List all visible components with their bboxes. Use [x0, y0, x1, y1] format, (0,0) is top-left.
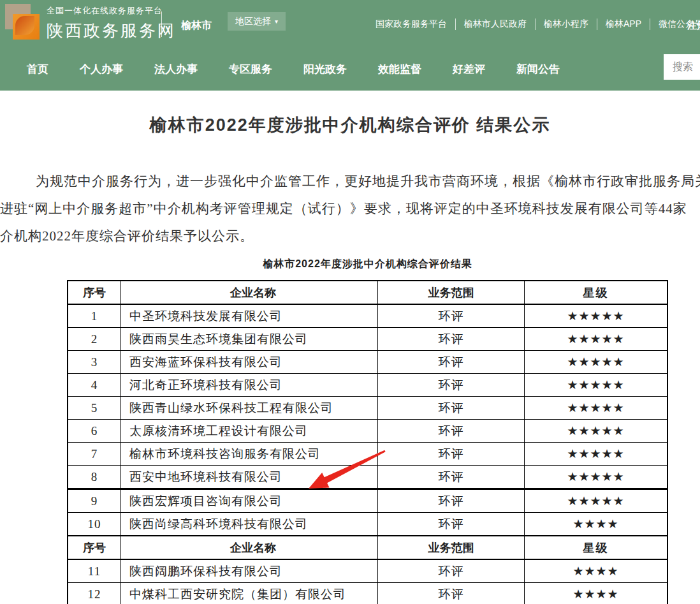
table-row: 9陕西宏辉项目咨询有限公司环评★★★★★: [68, 489, 667, 513]
platform-tagline: 全国一体化在线政务服务平台: [47, 5, 176, 17]
row-number: 3: [68, 351, 121, 374]
table-caption: 榆林市2022年度涉批中介机构综合评价结果: [67, 258, 668, 271]
header-links: 国家政务服务平台榆林市人民政府榆林小程序榆林APP微信公众号: [367, 0, 700, 48]
logo-leaf-icon: [15, 16, 34, 35]
company-name: 中煤科工西安研究院（集团）有限公司: [121, 583, 378, 604]
star-rating: ★★★★★: [525, 374, 668, 397]
company-name: 陕西雨昊生态环境集团有限公司: [121, 328, 378, 351]
business-scope: 环评: [378, 443, 525, 466]
nav-item[interactable]: 效能监督: [378, 62, 421, 77]
star-rating: ★★★★★: [525, 351, 668, 374]
table-row: 12中煤科工西安研究院（集团）有限公司环评★★★★: [68, 583, 667, 604]
row-number: 9: [68, 489, 121, 513]
table-header-cell: 企业名称: [121, 536, 378, 559]
row-number: 5: [68, 397, 121, 420]
table-header-cell: 业务范围: [378, 281, 525, 304]
nav-item[interactable]: 好差评: [453, 62, 485, 77]
star-rating: ★★★★★: [525, 420, 668, 443]
table-row: 8西安中地环境科技有限公司环评★★★★★: [68, 466, 667, 489]
table-header-row: 序号企业名称业务范围星级: [68, 536, 667, 559]
top-link[interactable]: 国家政务服务平台: [367, 18, 455, 30]
paragraph-line: 介机构2022年度综合评价结果予以公示。: [0, 223, 700, 250]
register-link[interactable]: 注册: [687, 20, 700, 32]
search-input[interactable]: [664, 54, 700, 80]
brand-divider: [161, 11, 162, 37]
company-name: 陕西青山绿水环保科技工程有限公司: [121, 397, 378, 420]
star-rating: ★★★★★: [525, 466, 668, 489]
table-header-cell: 星级: [525, 281, 668, 304]
company-name: 西安海蓝环保科技有限公司: [121, 351, 378, 374]
star-rating: ★★★★: [525, 513, 668, 536]
star-rating: ★★★★★: [525, 443, 668, 466]
table-row: 4河北奇正环境科技有限公司环评★★★★★: [68, 374, 667, 397]
row-number: 6: [68, 420, 121, 443]
row-number: 4: [68, 374, 121, 397]
region-select-button[interactable]: 地区选择 ▾: [228, 12, 286, 31]
evaluation-results-table: 序号企业名称业务范围星级1中圣环境科技发展有限公司环评★★★★★2陕西雨昊生态环…: [67, 280, 668, 604]
table-header-cell: 企业名称: [121, 281, 378, 304]
row-number: 11: [68, 559, 121, 583]
table-header-cell: 业务范围: [378, 536, 525, 559]
site-header: 全国一体化在线政务服务平台 陕西政务服务网 榆林市 地区选择 ▾ 国家政务服务平…: [0, 0, 700, 91]
top-link[interactable]: 榆林市人民政府: [455, 18, 535, 30]
table-header-row: 序号企业名称业务范围星级: [68, 281, 667, 304]
table-header-cell: 序号: [68, 536, 121, 559]
paragraph-line: 为规范中介服务行为，进一步强化中介监管工作，更好地提升我市营商环境，根据《榆林市…: [0, 168, 700, 195]
table-row: 5陕西青山绿水环保科技工程有限公司环评★★★★★: [68, 397, 667, 420]
table-row: 1中圣环境科技发展有限公司环评★★★★★: [68, 304, 667, 328]
table-row: 7榆林市环境科技咨询服务有限公司环评★★★★★: [68, 443, 667, 466]
current-city-label: 榆林市: [181, 19, 212, 33]
business-scope: 环评: [378, 397, 525, 420]
region-select-label: 地区选择: [235, 16, 271, 27]
row-number: 8: [68, 466, 121, 489]
row-number: 1: [68, 304, 121, 328]
table-row: 2陕西雨昊生态环境集团有限公司环评★★★★★: [68, 328, 667, 351]
table-row: 10陕西尚绿高科环境科技有限公司环评★★★★: [68, 513, 667, 536]
top-link[interactable]: 榆林APP: [597, 18, 650, 30]
table-row: 6太原核清环境工程设计有限公司环评★★★★★: [68, 420, 667, 443]
company-name: 榆林市环境科技咨询服务有限公司: [121, 443, 378, 466]
star-rating: ★★★★★: [525, 304, 668, 328]
star-rating: ★★★★★: [525, 328, 668, 351]
nav-item[interactable]: 个人办事: [80, 62, 123, 77]
row-number: 12: [68, 583, 121, 604]
chevron-down-icon: ▾: [275, 18, 278, 25]
row-number: 2: [68, 328, 121, 351]
table-header-cell: 序号: [68, 281, 121, 304]
company-name: 西安中地环境科技有限公司: [121, 466, 378, 489]
main-nav: 首页个人办事法人办事专区服务阳光政务效能监督好差评新闻公告: [0, 48, 700, 91]
business-scope: 环评: [378, 559, 525, 583]
nav-item[interactable]: 新闻公告: [516, 62, 560, 77]
company-name: 河北奇正环境科技有限公司: [121, 374, 378, 397]
page-title: 榆林市2022年度涉批中介机构综合评价 结果公示: [0, 114, 700, 136]
site-name: 陕西政务服务网: [47, 20, 176, 42]
business-scope: 环评: [378, 466, 525, 489]
nav-item[interactable]: 阳光政务: [303, 62, 347, 77]
business-scope: 环评: [378, 513, 525, 536]
article-body: 榆林市2022年度涉批中介机构综合评价 结果公示 为规范中介服务行为，进一步强化…: [0, 114, 700, 604]
row-number: 10: [68, 513, 121, 536]
table-header-cell: 星级: [525, 536, 668, 559]
paragraph-line: 进驻“网上中介服务超市”中介机构考评管理规定（试行）》要求，现将评定的中圣环境科…: [0, 195, 700, 223]
company-name: 陕西宏辉项目咨询有限公司: [121, 489, 378, 513]
nav-item[interactable]: 专区服务: [229, 62, 272, 77]
nav-item[interactable]: 首页: [27, 62, 48, 77]
company-name: 太原核清环境工程设计有限公司: [121, 420, 378, 443]
star-rating: ★★★★: [525, 559, 668, 583]
business-scope: 环评: [378, 489, 525, 513]
company-name: 陕西尚绿高科环境科技有限公司: [121, 513, 378, 536]
announcement-paragraph: 为规范中介服务行为，进一步强化中介监管工作，更好地提升我市营商环境，根据《榆林市…: [0, 168, 700, 250]
nav-item[interactable]: 法人办事: [154, 62, 198, 77]
star-rating: ★★★★: [525, 583, 668, 604]
business-scope: 环评: [378, 374, 525, 397]
business-scope: 环评: [378, 351, 525, 374]
star-rating: ★★★★★: [525, 489, 668, 513]
top-link[interactable]: 榆林小程序: [535, 18, 597, 30]
star-rating: ★★★★★: [525, 397, 668, 420]
brand-row: 全国一体化在线政务服务平台 陕西政务服务网 榆林市 地区选择 ▾ 国家政务服务平…: [0, 0, 700, 48]
site-logo-icon[interactable]: [5, 4, 40, 40]
business-scope: 环评: [378, 420, 525, 443]
business-scope: 环评: [378, 304, 525, 328]
table-row: 3西安海蓝环保科技有限公司环评★★★★★: [68, 351, 667, 374]
table-row: 11陕西阔鹏环保科技有限公司环评★★★★: [68, 559, 667, 583]
